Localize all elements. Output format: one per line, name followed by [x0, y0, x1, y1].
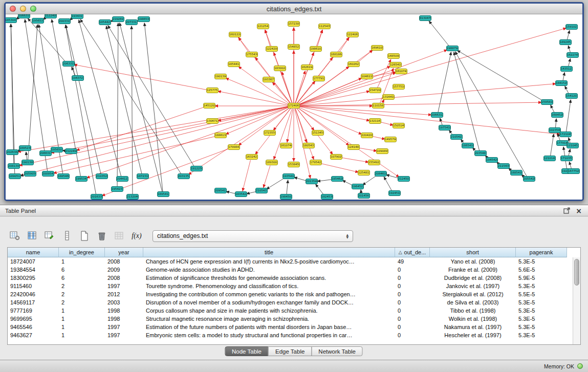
graph-node[interactable]: 11015816 — [372, 103, 384, 108]
column-header-outde[interactable]: △out_de... — [395, 248, 430, 257]
graph-node[interactable]: 18954120 — [157, 191, 169, 197]
graph-node[interactable]: 20590541 — [24, 171, 36, 177]
table-cell[interactable]: 5.3E-5 — [516, 258, 567, 265]
table-cell[interactable]: 1998 — [105, 316, 143, 322]
graph-node[interactable]: 19865302 — [138, 16, 150, 22]
graph-node[interactable]: 10790299 — [330, 154, 342, 160]
graph-node[interactable]: 18654103 — [462, 143, 474, 148]
graph-node[interactable]: 17210453 — [559, 132, 572, 137]
graph-node[interactable]: 8130476 — [419, 15, 431, 21]
graph-node[interactable]: 15910236 — [565, 24, 578, 30]
graph-node[interactable]: 15723099 — [288, 21, 300, 27]
graph-node[interactable]: 13067131 — [206, 118, 219, 124]
graph-node[interactable]: 18354220 — [235, 191, 247, 197]
table-cell[interactable]: de Silva et al. (2003) — [430, 299, 516, 305]
table-cell[interactable]: Embryonic stem cells: a model to study s… — [143, 332, 395, 338]
graph-node[interactable]: 20145633 — [358, 193, 370, 199]
table-cell[interactable]: 5.9E-5 — [516, 275, 567, 281]
graph-node[interactable]: 21054220 — [450, 134, 463, 140]
graph-node[interactable]: 15472067 — [369, 87, 381, 93]
graph-node[interactable]: 20263605 — [6, 149, 18, 155]
table-cell[interactable]: 5.6E-5 — [516, 267, 567, 273]
graph-node[interactable]: 19437210 — [72, 75, 84, 81]
graph-node[interactable]: 18905135 — [9, 173, 21, 179]
graph-node[interactable]: 20813950 — [8, 163, 20, 169]
graph-node[interactable]: 17235546 — [264, 130, 276, 136]
graph-node[interactable]: 19861039 — [310, 46, 322, 52]
table-cell[interactable]: 2009 — [105, 267, 143, 273]
delete-icon[interactable] — [94, 229, 110, 243]
table-cell[interactable]: 9777169 — [8, 308, 59, 314]
table-row[interactable]: 1456911722003Disruption of a novel membe… — [8, 298, 580, 307]
graph-node[interactable]: 21224966 — [65, 148, 77, 154]
graph-node[interactable]: 21154302 — [497, 163, 510, 169]
graph-node[interactable]: 18723104 — [137, 173, 149, 179]
graph-node[interactable]: 14512021 — [203, 103, 215, 108]
table-cell[interactable]: Yano et al. (2008) — [430, 258, 516, 265]
table-cell[interactable]: 18724007 — [8, 258, 59, 265]
table-cell[interactable]: 1997 — [105, 283, 143, 289]
graph-node[interactable]: 15958103 — [541, 99, 553, 105]
graph-node[interactable]: 18300221 — [274, 65, 286, 71]
graph-node[interactable]: 13164160 — [382, 94, 395, 100]
table-cell[interactable]: 1997 — [105, 332, 143, 338]
graph-node[interactable]: 18546205 — [331, 176, 343, 182]
table-cell[interactable]: Investigating the contribution of common… — [143, 291, 395, 297]
graph-node[interactable]: 19336713 — [263, 77, 275, 82]
float-panel-icon[interactable] — [562, 207, 571, 215]
table-cell[interactable]: 2 — [59, 299, 105, 305]
table-cell[interactable]: Changes of HCN gene expression and I(f) … — [143, 258, 395, 265]
graph-node[interactable]: 19013954 — [21, 160, 34, 165]
tab-edge-table[interactable]: Edge Table — [268, 346, 312, 356]
network-canvas[interactable]: 1724061110158161547206710461197160262131… — [6, 14, 582, 200]
graph-node[interactable]: 15775105 — [393, 84, 405, 90]
graph-node[interactable]: 20633191 — [62, 61, 75, 67]
graph-node[interactable]: 12654190 — [389, 62, 402, 68]
table-cell[interactable]: 9465546 — [8, 324, 59, 330]
graph-node[interactable]: 14351236 — [560, 66, 573, 72]
table-cell[interactable]: 1998 — [105, 308, 143, 314]
graph-node[interactable]: 15134545 — [312, 130, 324, 136]
table-cell[interactable]: 22420046 — [8, 291, 59, 297]
column-header-title[interactable]: title — [143, 248, 395, 257]
table-cell[interactable]: 5.3E-5 — [516, 316, 567, 322]
graph-node[interactable]: 19565370 — [32, 18, 44, 24]
network-select-dropdown[interactable]: citations_edges.txt ▲▼ — [153, 230, 353, 242]
graph-node[interactable]: 16107449 — [280, 143, 292, 148]
column-header-year[interactable]: year — [105, 248, 143, 257]
graph-node[interactable]: 20663190 — [18, 14, 30, 18]
table-cell[interactable]: 5.5E-5 — [516, 291, 567, 297]
graph-node[interactable]: 18952301 — [19, 145, 31, 151]
table-cell[interactable]: 0 — [395, 299, 430, 305]
graph-node[interactable]: 18854602 — [57, 173, 70, 179]
graph-node[interactable]: 20441235 — [116, 176, 128, 182]
graph-node[interactable]: 20663175 — [39, 150, 52, 156]
table-cell[interactable]: 6 — [59, 267, 105, 273]
graph-node[interactable]: 12240626 — [346, 32, 359, 37]
table-cell[interactable]: 2003 — [105, 299, 143, 305]
table-cell[interactable]: 1 — [59, 308, 105, 314]
graph-node[interactable]: 16961059 — [371, 45, 383, 51]
table-cell[interactable]: 0 — [395, 283, 430, 289]
table-cell[interactable]: Nakamura et al. (1997) — [430, 324, 516, 330]
graph-node[interactable]: 16227456 — [567, 52, 579, 58]
graph-node[interactable]: 10461197 — [361, 74, 373, 79]
table-cell[interactable]: 2 — [59, 291, 105, 297]
graph-node[interactable]: 17954222 — [310, 160, 322, 165]
graph-node[interactable]: 20095413 — [42, 171, 54, 177]
table-cell[interactable]: 0 — [395, 324, 430, 330]
graph-node[interactable]: 22042095 — [361, 133, 373, 138]
table-cell[interactable]: 9699695 — [8, 316, 59, 322]
graph-node[interactable]: 1724061 — [288, 103, 300, 108]
scrollbar-thumb[interactable] — [574, 259, 579, 286]
row-height-icon[interactable] — [59, 229, 75, 243]
table-cell[interactable]: 0 — [395, 332, 430, 338]
graph-node[interactable]: 18924530 — [559, 39, 572, 45]
table-cell[interactable]: Tourette syndrome. Phenomenology and cla… — [143, 283, 395, 289]
close-panel-icon[interactable]: × — [575, 207, 583, 215]
graph-node[interactable]: 20163355 — [91, 194, 103, 200]
table-cell[interactable]: 0 — [395, 308, 430, 314]
table-cell[interactable]: 2008 — [105, 275, 143, 281]
table-row[interactable]: 946362711997Embryonic stem cells: a mode… — [8, 331, 580, 339]
graph-node[interactable]: 21035266 — [96, 173, 108, 179]
